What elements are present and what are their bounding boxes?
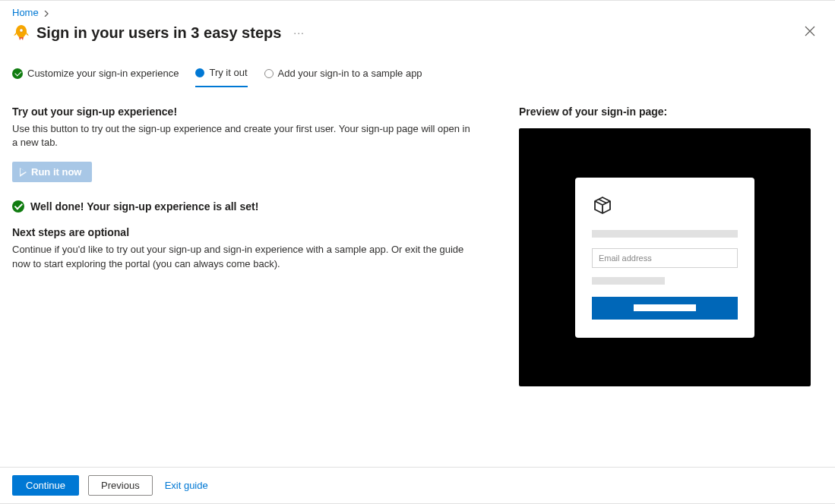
step-label: Add your sign-in to a sample app xyxy=(278,68,422,79)
more-actions-button[interactable]: ··· xyxy=(293,27,305,39)
dot-empty-icon xyxy=(264,69,274,78)
skeleton-line xyxy=(592,230,738,238)
preview-submit-button xyxy=(592,297,738,320)
breadcrumb-home[interactable]: Home xyxy=(12,7,39,18)
skeleton-line xyxy=(592,277,665,285)
section-heading: Try out your sign-up experience! xyxy=(12,106,489,118)
step-customize[interactable]: Customize your sign-in experience xyxy=(12,68,179,87)
page-title: Sign in your users in 3 easy steps xyxy=(36,24,281,42)
wizard-footer: Continue Previous Exit guide xyxy=(0,467,835,503)
step-sample-app[interactable]: Add your sign-in to a sample app xyxy=(264,68,422,87)
previous-button[interactable]: Previous xyxy=(88,475,153,496)
run-button-label: Run it now xyxy=(31,166,81,178)
well-done-message: Well done! Your sign-up experience is al… xyxy=(12,200,489,213)
package-icon xyxy=(592,194,738,218)
close-button[interactable] xyxy=(800,21,820,44)
step-label: Try it out xyxy=(209,67,247,78)
check-circle-icon xyxy=(12,68,23,79)
breadcrumb: Home xyxy=(0,1,835,18)
exit-guide-link[interactable]: Exit guide xyxy=(165,480,208,491)
preview-frame: Email address xyxy=(519,128,811,386)
check-circle-icon xyxy=(12,200,24,213)
svg-point-0 xyxy=(20,29,23,32)
preview-signin-card: Email address xyxy=(575,178,754,338)
well-done-text: Well done! Your sign-up experience is al… xyxy=(30,200,258,213)
run-it-now-button[interactable]: Run it now xyxy=(12,162,92,182)
step-try-it-out[interactable]: Try it out xyxy=(195,67,247,87)
continue-button[interactable]: Continue xyxy=(12,475,79,496)
dot-filled-icon xyxy=(195,68,204,77)
next-steps-text: Continue if you'd like to try out your s… xyxy=(12,243,476,270)
wizard-steps: Customize your sign-in experience Try it… xyxy=(0,46,835,87)
play-icon xyxy=(20,168,27,177)
preview-heading: Preview of your sign-in page: xyxy=(519,106,823,118)
title-row: Sign in your users in 3 easy steps ··· xyxy=(0,18,835,46)
chevron-right-icon xyxy=(43,9,49,18)
skeleton-line xyxy=(634,304,696,311)
step-label: Customize your sign-in experience xyxy=(27,68,179,79)
rocket-icon xyxy=(12,24,30,42)
next-steps-heading: Next steps are optional xyxy=(12,226,489,238)
body-text: Use this button to try out the sign-up e… xyxy=(12,122,476,150)
preview-email-input: Email address xyxy=(592,248,738,268)
preview-pane: Preview of your sign-in page: Email addr… xyxy=(519,106,823,386)
main-content: Try out your sign-up experience! Use thi… xyxy=(12,106,489,386)
